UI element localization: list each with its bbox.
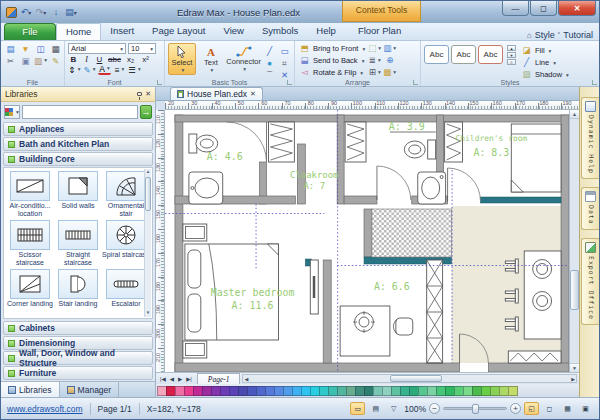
zoom-out-button[interactable]: − (429, 403, 440, 414)
last-page-icon[interactable]: ▶| (184, 376, 194, 382)
align-text-icon[interactable]: ≡▾ (113, 64, 126, 76)
shape-stair-landing[interactable]: Stair landing (54, 268, 102, 317)
font-name-select[interactable]: Arial▾ (68, 43, 126, 54)
redo-button[interactable]: ↷▾ (34, 5, 48, 20)
group-shapes-icon[interactable]: ⬚▾ (368, 43, 381, 55)
format-painter-icon[interactable]: ✎ (49, 55, 62, 67)
tab-insert[interactable]: Insert (101, 23, 143, 40)
fit-page-button[interactable]: ◱ (524, 402, 539, 415)
page-tab[interactable]: Page-1 (197, 373, 241, 384)
font-size-select[interactable]: 10▾ (128, 43, 156, 54)
subscript-button[interactable]: x₂ (124, 55, 137, 64)
save-icon[interactable]: ◫ (34, 43, 47, 55)
edrawsoft-link[interactable]: www.edrawsoft.com (7, 404, 83, 414)
styles-gallery-icon[interactable]: ≡ (507, 59, 516, 65)
zoom-window-button[interactable]: ◻ (542, 402, 557, 415)
first-page-icon[interactable]: |◀ (158, 376, 168, 382)
next-page-icon[interactable]: ▶ (176, 376, 184, 382)
pan-view-button[interactable]: ▽ (386, 402, 401, 415)
undo-button[interactable]: ↶▾ (19, 5, 33, 20)
app-logo-icon[interactable] (4, 5, 18, 20)
document-properties-button[interactable]: ▤▾ (64, 5, 78, 20)
context-tools-tab[interactable]: Context Tools (342, 1, 421, 22)
floor-plan[interactable]: A: 4.6 Cloakroom A: 7 A: 3.9 Children's … (165, 110, 569, 372)
copy-icon[interactable]: ▣ (19, 55, 32, 67)
scroll-right-icon[interactable]: ▶ (571, 376, 575, 382)
shape-solid-walls[interactable]: Solid walls (54, 170, 102, 219)
layout-columns-icon[interactable]: ▥▾ (383, 43, 396, 55)
styles-scroll-down-icon[interactable]: ▼ (507, 52, 516, 58)
shape-cell-partial[interactable] (102, 317, 150, 319)
drawing-canvas[interactable]: A: 4.6 Cloakroom A: 7 A: 3.9 Children's … (165, 110, 569, 372)
fit-view-button[interactable]: ▤ (368, 402, 383, 415)
fullscreen-button[interactable]: ▣ (578, 402, 593, 415)
shape-cell-partial[interactable] (54, 317, 102, 319)
style-menu[interactable]: Style (535, 30, 555, 40)
zoom-slider[interactable] (443, 407, 507, 410)
tab-symbols[interactable]: Symbols (253, 23, 307, 40)
tab-dynamic-help[interactable]: Dynamic Help (581, 97, 599, 179)
bullet-list-icon[interactable]: ☰▾ (128, 64, 141, 76)
library-group-building-core[interactable]: Building Core (3, 152, 153, 166)
normal-view-button[interactable]: ▭ (350, 402, 365, 415)
library-group-bath-kitchen[interactable]: Bath and Kitchen Plan (3, 137, 153, 151)
balcony-hatch[interactable] (372, 209, 452, 257)
tab-floor-plan[interactable]: Floor Plan (349, 23, 410, 40)
tab-export-office[interactable]: Export Office (581, 238, 599, 325)
shape-scissor-staircase[interactable]: Scissor staircase (6, 219, 54, 268)
rectangle-shape-icon[interactable]: ▭ (278, 46, 291, 58)
styles-scroll-up-icon[interactable]: ▲ (507, 45, 516, 51)
tab-manager[interactable]: Manager (60, 382, 120, 397)
lock-icon[interactable]: ▩▾ (383, 67, 396, 79)
distribute-icon[interactable]: ≣▾ (368, 55, 381, 67)
maximize-button[interactable]: ◻ (530, 1, 557, 16)
new-document-icon[interactable]: ▤ (4, 43, 17, 55)
send-to-back-button[interactable]: ⬓ Send to Back▾ (298, 55, 365, 66)
paste-icon[interactable]: ▥▾ (34, 55, 47, 67)
select-tool-button[interactable]: Select ▾ (168, 43, 196, 75)
cut-icon[interactable]: ✂ (4, 55, 17, 67)
document-tab[interactable]: House Plan.edx ✕ (170, 87, 263, 100)
vertical-scrollbar[interactable]: ▲ ▼ (569, 110, 579, 372)
shape-straight-staircase[interactable]: Straight staircase (54, 219, 102, 268)
tab-view[interactable]: View (214, 23, 252, 40)
color-swatch[interactable] (508, 386, 518, 396)
minimize-button[interactable]: — (502, 1, 529, 16)
print-icon[interactable]: ▦ (49, 43, 62, 55)
rotate-flip-button[interactable]: ◅ Rotate & Flip▾ (298, 67, 365, 78)
library-group-appliances[interactable]: Appliances (3, 122, 153, 136)
library-search-input[interactable] (22, 105, 138, 119)
tab-libraries[interactable]: Libraries (1, 382, 60, 397)
grid-toggle-button[interactable]: ▦ (560, 402, 575, 415)
horizontal-scroll-thumb[interactable] (390, 375, 442, 382)
line-style-button[interactable]: ╱ Line▾ (520, 57, 569, 68)
search-go-button[interactable]: → (140, 105, 152, 119)
line-shape-icon[interactable]: ╱ (263, 46, 276, 58)
study-furniture[interactable] (340, 260, 442, 363)
file-menu-button[interactable]: File (4, 23, 56, 40)
underline-button[interactable]: U (94, 55, 105, 64)
zoom-slider-knob[interactable] (472, 404, 479, 414)
horizontal-scrollbar[interactable]: ◀ ▶ (242, 374, 577, 383)
shape-ornamental-stair[interactable]: Ornamental stair (102, 170, 150, 219)
strikethrough-button[interactable]: abc (107, 55, 122, 64)
shape-corner-landing[interactable]: Corner landing (6, 268, 54, 317)
font-color-icon[interactable]: A▾ (98, 65, 111, 75)
ellipse-shape-icon[interactable]: ● (263, 58, 276, 70)
crop-icon[interactable]: ⌗ (278, 58, 291, 70)
bathroom-fixtures[interactable] (189, 134, 223, 204)
shape-gallery-scrollbar[interactable]: ▲▼ (144, 169, 151, 317)
pin-icon[interactable] (137, 92, 142, 96)
fill-button[interactable]: ◪ Fill▾ (520, 45, 569, 56)
line-spacing-icon[interactable]: ⇕▾ (68, 64, 81, 76)
shape-cell-partial[interactable] (6, 317, 54, 319)
style-preview-3[interactable]: Abc (478, 45, 503, 64)
style-preview-1[interactable]: Abc (424, 45, 449, 64)
shape-air-condition-location[interactable]: Air-conditio... location (6, 170, 54, 219)
superscript-button[interactable]: x² (139, 55, 152, 64)
close-panel-icon[interactable]: ✕ (145, 90, 151, 98)
center-canvas-icon[interactable]: ⊕ (383, 55, 396, 67)
bold-button[interactable]: B (68, 55, 79, 64)
highlight-color-icon[interactable]: ✎▾ (83, 64, 96, 76)
scroll-up-icon[interactable]: ▲ (570, 110, 579, 119)
